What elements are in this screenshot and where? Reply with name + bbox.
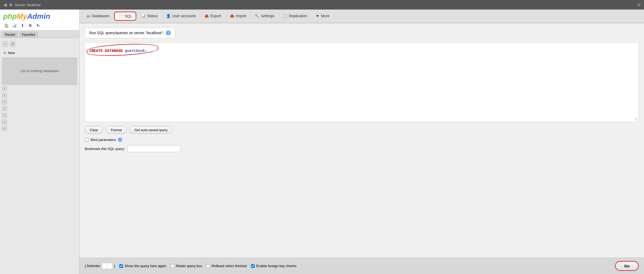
tab-export-label: Export xyxy=(210,14,221,18)
bind-parameters-row: Bind parameters ? xyxy=(85,138,639,142)
tab-import[interactable]: 📥 Import xyxy=(226,10,251,23)
foreign-key-label: Enable foreign key checks xyxy=(256,264,297,268)
tab-replication[interactable]: 📋 Replication xyxy=(279,10,311,23)
delimiter-group: [ Delimiter ] xyxy=(85,263,115,269)
tab-sql-label: SQL xyxy=(125,14,132,18)
clear-button[interactable]: Clear xyxy=(85,126,103,134)
tab-sql[interactable]: 📄 SQL xyxy=(114,12,136,21)
help-icon[interactable]: ? xyxy=(166,30,171,35)
expand-icon[interactable]: + xyxy=(2,93,7,98)
autosave-button[interactable]: Get auto-saved query xyxy=(129,126,173,134)
databases-icon: 🗂 xyxy=(86,14,90,18)
delimiter-prefix: [ Delimiter xyxy=(85,264,100,268)
new-icon: ⊕ xyxy=(3,51,6,55)
db-placeholder: List of existing databases xyxy=(2,58,77,85)
export-icon: 📤 xyxy=(204,14,209,18)
retain-query-label: Retain query box xyxy=(176,264,202,268)
logo-my: My xyxy=(17,12,27,20)
foreign-key-checkbox[interactable] xyxy=(251,264,255,268)
list-item: + xyxy=(2,126,77,131)
tab-more-label: More xyxy=(321,14,329,18)
go-button[interactable]: Go xyxy=(615,261,639,271)
sql-keyword-database: DATABASE xyxy=(105,49,123,53)
logo-php: php xyxy=(3,12,17,20)
refresh-icon[interactable]: ↻ xyxy=(35,22,41,29)
rollback-group: Rollback when finished xyxy=(206,264,247,268)
main-layout: phpMyAdmin 🏠 📊 ℹ ⚙ ↻ Recent Favorites − … xyxy=(0,10,644,274)
sidebar-content: − 🔗 ⊕ New List of existing databases + +… xyxy=(0,38,79,274)
more-arrow-icon: ▼ xyxy=(316,14,319,18)
tab-settings-label: Settings xyxy=(261,14,274,18)
bind-help-icon[interactable]: ? xyxy=(118,138,122,142)
tab-status[interactable]: 📊 Status xyxy=(137,10,162,23)
tab-user-accounts[interactable]: 👤 User accounts xyxy=(162,10,200,23)
sql-editor[interactable]: CREATE DATABASE guestbook; ⤡ xyxy=(85,42,639,122)
sidebar-tab-favorites[interactable]: Favorites xyxy=(19,32,38,38)
bookmark-label: Bookmark this SQL query: xyxy=(85,147,125,151)
list-item: + xyxy=(2,112,77,118)
logo-icons: 🏠 📊 ℹ ⚙ ↻ xyxy=(3,22,76,29)
bottom-bar: [ Delimiter ] Show this query here again… xyxy=(80,258,644,274)
delimiter-suffix: ] xyxy=(114,264,115,268)
expand-icon[interactable]: + xyxy=(2,86,7,91)
list-item: + xyxy=(2,99,77,105)
sidebar-tab-recent[interactable]: Recent xyxy=(2,32,18,38)
expand-icon[interactable]: + xyxy=(2,106,7,111)
sidebar-controls: − 🔗 xyxy=(2,40,77,48)
resize-handle[interactable]: ⤡ xyxy=(634,116,637,121)
settings-icon[interactable]: ⚙ xyxy=(27,22,33,29)
info-icon[interactable]: ℹ xyxy=(19,22,25,29)
list-item: + xyxy=(2,106,77,112)
delimiter-input[interactable] xyxy=(102,263,113,269)
import-icon: 📥 xyxy=(230,14,234,18)
gear-icon[interactable]: ⚙ xyxy=(637,2,641,7)
expand-icon[interactable]: + xyxy=(2,100,7,104)
tab-databases-label: Databases xyxy=(92,14,109,18)
sql-panel: Run SQL query/queries on server "localho… xyxy=(80,23,644,161)
expand-icon[interactable]: + xyxy=(2,120,7,124)
tab-settings[interactable]: 🔧 Settings xyxy=(250,10,279,23)
settings-nav-icon: 🔧 xyxy=(255,14,259,18)
tab-databases[interactable]: 🗂 Databases xyxy=(82,10,114,23)
sql-keyword-create: CREATE xyxy=(89,49,103,53)
sql-button-row: Clear Format Get auto-saved query xyxy=(85,126,639,134)
user-accounts-icon: 👤 xyxy=(166,14,171,18)
foreign-key-group: Enable foreign key checks xyxy=(251,264,297,268)
panel-header: Run SQL query/queries on server "localho… xyxy=(85,28,175,38)
server-label: Server: localhost xyxy=(15,3,41,7)
bookmark-input[interactable] xyxy=(127,145,180,152)
home-icon[interactable]: 🏠 xyxy=(3,22,10,29)
bind-parameters-checkbox[interactable] xyxy=(85,138,89,142)
show-query-checkbox[interactable] xyxy=(119,264,123,268)
format-button[interactable]: Format xyxy=(106,126,127,134)
tab-export[interactable]: 📤 Export xyxy=(200,10,225,23)
sidebar-rows: + + + + + + + xyxy=(2,86,77,131)
retain-query-checkbox[interactable] xyxy=(171,264,174,268)
content-area: 🗂 Databases 📄 SQL 📊 Status 👤 User accoun… xyxy=(80,10,644,274)
rollback-label: Rollback when finished xyxy=(211,264,247,268)
top-bar: ◀ 🖥 Server: localhost ⚙ xyxy=(0,0,644,10)
status-icon: 📊 xyxy=(141,14,145,18)
panel-header-text: Run SQL query/queries on server "localho… xyxy=(89,31,164,35)
sql-code: CREATE DATABASE guestbook; xyxy=(89,47,634,55)
list-item: + xyxy=(2,86,77,92)
replication-icon: 📋 xyxy=(283,14,287,18)
retain-query-group: Retain query box xyxy=(171,264,202,268)
nav-tabs: 🗂 Databases 📄 SQL 📊 Status 👤 User accoun… xyxy=(80,10,644,23)
rollback-checkbox[interactable] xyxy=(206,264,210,268)
collapse-btn[interactable]: − xyxy=(2,41,8,47)
expand-icon[interactable]: + xyxy=(2,113,7,118)
bind-parameters-label: Bind parameters xyxy=(91,138,116,142)
list-item: + xyxy=(2,119,77,125)
new-item[interactable]: ⊕ New xyxy=(2,50,77,55)
panel: Run SQL query/queries on server "localho… xyxy=(80,23,644,258)
logo-area: phpMyAdmin 🏠 📊 ℹ ⚙ ↻ xyxy=(0,10,79,30)
link-btn[interactable]: 🔗 xyxy=(10,41,15,47)
expand-icon[interactable]: + xyxy=(2,126,7,131)
show-query-label: Show this query here again xyxy=(125,264,166,268)
sidebar-tabs: Recent Favorites xyxy=(0,30,79,38)
show-query-group: Show this query here again xyxy=(119,264,166,268)
chart-icon[interactable]: 📊 xyxy=(11,22,17,29)
back-arrow[interactable]: ◀ xyxy=(3,2,7,8)
tab-more[interactable]: ▼ More xyxy=(311,10,334,23)
